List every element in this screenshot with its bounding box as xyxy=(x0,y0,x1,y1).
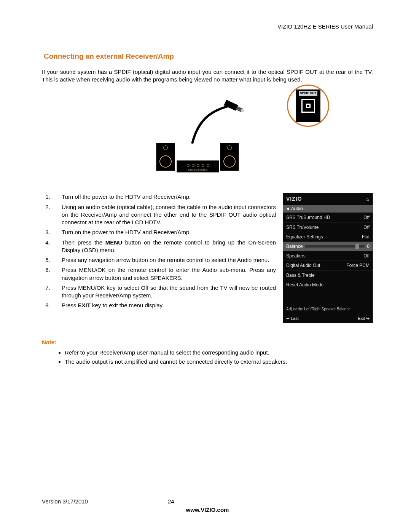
notes-list: Refer to your Receiver/Amp user manual t… xyxy=(42,349,373,366)
spdif-label: SPDIF OUT xyxy=(299,91,317,96)
osd-exit-button: Exit xyxy=(358,316,370,321)
osd-setting-label: SRS TruVolume xyxy=(286,224,319,230)
document-header: VIZIO 120HZ E SERIES User Manual xyxy=(42,23,373,30)
osd-setting-row: Reset Audio Mode xyxy=(283,280,373,289)
osd-setting-value: Flat xyxy=(362,234,370,240)
osd-logo-text: VIZIO xyxy=(286,195,302,203)
step-item: Press MENU/OK on the remote control to e… xyxy=(52,266,276,282)
connection-diagram: SPDIF OUT STEREO SYSTEM xyxy=(101,86,314,178)
osd-setting-label: Digital Audio Out xyxy=(286,262,320,268)
note-item: Refer to your Receiver/Amp user manual t… xyxy=(65,349,373,356)
version-text: Version 3/17/2010 xyxy=(42,498,88,505)
osd-screenshot: VIZIO ⌂ ◀ Audio SRS TruSurround HDOffSRS… xyxy=(283,193,373,323)
step-item: Using an audio cable (optical cable), co… xyxy=(52,203,276,227)
svg-rect-0 xyxy=(224,100,238,111)
amplifier-label: STEREO SYSTEM xyxy=(188,168,207,172)
osd-setting-value: Off xyxy=(363,224,370,230)
footer-url: www.VIZIO.com xyxy=(42,506,373,514)
note-item: The audio output is not amplified and ca… xyxy=(65,358,373,366)
osd-setting-label: Balance xyxy=(286,243,303,249)
osd-setting-row: Equalizer SettingsFlat xyxy=(283,232,373,241)
osd-setting-label: Bass & Treble xyxy=(286,272,315,278)
spdif-jack-icon xyxy=(301,99,315,113)
optical-cable-icon xyxy=(185,98,253,147)
step-item: Press MENU/OK key to select Off so that … xyxy=(52,284,276,300)
osd-setting-value: Off xyxy=(363,253,370,259)
osd-hint-text: Adjust the Left/Right Speaker Balance xyxy=(283,305,373,314)
step-item: Press any navigation arrow button on the… xyxy=(52,256,276,264)
left-arrow-icon: ◀ xyxy=(286,206,289,211)
balance-slider xyxy=(305,245,365,248)
spdif-callout: SPDIF OUT xyxy=(287,85,329,127)
intro-paragraph: If your sound system has a SPDIF (optica… xyxy=(42,68,373,84)
steps-list: Turn off the power to the HDTV and Recei… xyxy=(42,193,276,312)
osd-setting-value: Off xyxy=(363,214,370,220)
osd-setting-row: Balance0 xyxy=(283,241,373,251)
osd-logo-row: VIZIO ⌂ xyxy=(283,193,373,205)
spdif-panel: SPDIF OUT xyxy=(296,89,320,122)
step-item: Then press the MENU button on the remote… xyxy=(52,239,276,254)
home-icon: ⌂ xyxy=(366,196,370,202)
section-title: Connecting an external Receiver/Amp xyxy=(44,51,373,61)
osd-setting-label: Speakers xyxy=(286,253,306,259)
osd-menu-label: Audio xyxy=(291,206,303,212)
osd-setting-value: 0 xyxy=(367,243,370,249)
note-heading: Note: xyxy=(42,339,373,346)
manual-page: VIZIO 120HZ E SERIES User Manual Connect… xyxy=(0,0,411,532)
osd-setting-row: SpeakersOff xyxy=(283,251,373,260)
osd-setting-row: Digital Audio OutForce PCM xyxy=(283,260,373,270)
stereo-system-illustration: STEREO SYSTEM xyxy=(156,143,239,173)
osd-setting-value: Force PCM xyxy=(346,262,370,268)
osd-setting-label: Equalizer Settings xyxy=(286,234,323,240)
osd-menu-title: ◀ Audio xyxy=(283,205,373,212)
osd-last-button: Last xyxy=(286,316,299,321)
osd-setting-row: SRS TruSurround HDOff xyxy=(283,212,373,222)
step-keyword: EXIT xyxy=(78,302,91,308)
instructions-row: Turn off the power to the HDTV and Recei… xyxy=(42,193,373,323)
osd-setting-label: SRS TruSurround HD xyxy=(286,214,330,220)
osd-setting-label: Reset Audio Mode xyxy=(286,282,323,288)
speaker-left-icon xyxy=(156,143,175,171)
osd-footer: Last Exit xyxy=(283,314,373,324)
osd-setting-row: Bass & Treble xyxy=(283,270,373,280)
step-item: Turn on the power to the HDTV and Receiv… xyxy=(52,228,276,236)
step-item: Press EXIT key to exit the menu display. xyxy=(52,302,276,309)
step-keyword: MENU xyxy=(105,239,122,246)
page-footer: Version 3/17/2010 24 www.VIZIO.com xyxy=(42,498,373,514)
amplifier-icon: STEREO SYSTEM xyxy=(177,160,219,173)
osd-setting-row: SRS TruVolumeOff xyxy=(283,222,373,232)
step-item: Turn off the power to the HDTV and Recei… xyxy=(52,193,276,201)
page-number: 24 xyxy=(168,498,174,505)
speaker-right-icon xyxy=(220,143,239,171)
